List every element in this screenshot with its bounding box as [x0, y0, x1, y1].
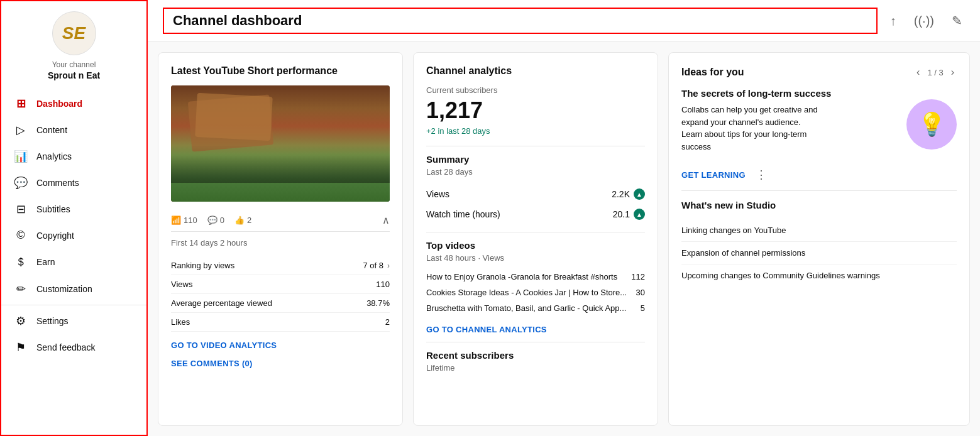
comment-icon: 💬 — [207, 215, 217, 225]
ranking-value-group: 7 of 8 › — [363, 261, 390, 270]
sidebar-item-earn[interactable]: ＄ Earn — [1, 248, 146, 276]
recent-subs-period: Lifetime — [426, 363, 645, 373]
customization-icon: ✏ — [14, 282, 28, 296]
short-card-title: Latest YouTube Short performance — [171, 65, 390, 77]
ranking-row: Ranking by views 7 of 8 › — [171, 256, 390, 275]
top-video-title-2: Cookies Storage Ideas - A Cookies Jar | … — [426, 288, 631, 297]
go-live-button[interactable]: ((·)) — [911, 11, 937, 31]
idea-footer: GET LEARNING ⋮ — [681, 168, 957, 182]
sidebar-item-analytics[interactable]: 📊 Analytics — [1, 143, 146, 170]
sidebar-item-send-feedback[interactable]: ⚑ Send feedback — [1, 334, 146, 361]
ideas-card-title: Ideas for you — [681, 67, 744, 78]
logo-text: SE — [62, 23, 85, 43]
top-video-title-1: How to Enjoy Granola -Granola for Breakf… — [426, 272, 626, 281]
earn-icon: ＄ — [14, 254, 28, 270]
channel-name: Sprout n Eat — [48, 70, 100, 80]
comments-stat: 💬 0 — [207, 215, 224, 225]
top-video-row-1: How to Enjoy Granola -Granola for Breakf… — [426, 269, 645, 285]
sidebar-label-content: Content — [36, 125, 67, 135]
watch-analytics-label: Watch time (hours) — [426, 209, 500, 219]
sidebar-label-settings: Settings — [36, 316, 69, 326]
your-channel-label: Your channel — [52, 60, 96, 69]
sidebar-item-settings[interactable]: ⚙ Settings — [1, 308, 146, 334]
news-item-2[interactable]: Expansion of channel permissions — [681, 242, 957, 264]
watch-analytics-value: 20.1 — [613, 209, 630, 219]
views-analytics-row: Views 2.2K ▲ — [426, 184, 645, 204]
idea-desc: Collabs can help you get creative and ex… — [681, 104, 820, 153]
likes-row: Likes 2 — [171, 313, 390, 332]
ranking-label: Ranking by views — [171, 261, 234, 270]
sidebar-item-content[interactable]: ▷ Content — [1, 117, 146, 143]
settings-icon: ⚙ — [14, 314, 28, 328]
views-analytics-value-group: 2.2K ▲ — [612, 188, 645, 200]
comments-icon: 💬 — [14, 176, 28, 190]
divider-1 — [426, 146, 645, 146]
go-to-video-analytics-link[interactable]: GO TO VIDEO ANALYTICS — [171, 341, 277, 350]
sub-change: +2 in last 28 days — [426, 126, 645, 136]
dashboard-content: Latest YouTube Short performance 📶 110 💬 — [148, 42, 980, 436]
short-thumbnail — [171, 85, 390, 202]
ranking-value: 7 of 8 — [363, 261, 383, 270]
avg-pct-value: 38.7% — [366, 298, 390, 308]
top-video-views-3: 5 — [641, 303, 645, 313]
summary-title: Summary — [426, 154, 645, 165]
sidebar-label-copyright: Copyright — [36, 231, 74, 241]
views-count: 110 — [184, 215, 197, 225]
sidebar-label-comments: Comments — [36, 178, 79, 188]
whats-new-title: What's new in Studio — [681, 200, 957, 210]
top-video-row-2: Cookies Storage Ideas - A Cookies Jar | … — [426, 285, 645, 300]
avg-pct-row: Average percentage viewed 38.7% — [171, 294, 390, 313]
views-stat: 📶 110 — [171, 215, 197, 225]
ideas-next-button[interactable]: › — [949, 65, 957, 79]
watch-up-icon: ▲ — [634, 209, 645, 220]
channel-analytics-card: Channel analytics Current subscribers 1,… — [413, 52, 658, 426]
watch-analytics-row: Watch time (hours) 20.1 ▲ — [426, 204, 645, 224]
page-title: Channel dashboard — [163, 8, 878, 34]
analytics-card-title: Channel analytics — [426, 65, 645, 77]
top-videos-period: Last 48 hours · Views — [426, 253, 645, 263]
summary-period: Last 28 days — [426, 167, 645, 177]
views-analytics-value: 2.2K — [612, 189, 630, 199]
go-to-channel-analytics-link[interactable]: GO TO CHANNEL ANALYTICS — [426, 325, 547, 334]
topbar-actions: ↑ ((·)) ✎ — [888, 11, 965, 31]
watch-analytics-value-group: 20.1 ▲ — [613, 209, 645, 220]
likes-count: 2 — [247, 215, 251, 225]
top-video-views-1: 112 — [631, 272, 645, 281]
first-days-label: First 14 days 2 hours — [171, 238, 390, 248]
get-learning-link[interactable]: GET LEARNING — [681, 170, 746, 180]
copyright-icon: © — [14, 229, 28, 242]
see-comments-link[interactable]: SEE COMMENTS (0) — [171, 359, 253, 368]
sidebar: SE Your channel Sprout n Eat ⊞ Dashboard… — [0, 0, 148, 436]
subscribers-count: 1,217 — [426, 97, 645, 124]
sidebar-item-subtitles[interactable]: ⊟ Subtitles — [1, 196, 146, 222]
sidebar-item-dashboard[interactable]: ⊞ Dashboard — [1, 90, 146, 117]
news-item-1[interactable]: Linking changes on YouTube — [681, 219, 957, 242]
ideas-nav-count: 1 / 3 — [927, 68, 943, 77]
main-content: Channel dashboard ↑ ((·)) ✎ Latest YouTu… — [148, 0, 980, 436]
comments-count: 0 — [220, 215, 224, 225]
divider-3 — [426, 342, 645, 342]
collapse-icon[interactable]: ∧ — [382, 214, 390, 226]
ideas-divider — [681, 190, 957, 191]
more-options-button[interactable]: ⋮ — [756, 168, 767, 182]
views-up-icon: ▲ — [634, 188, 645, 200]
dashboard-icon: ⊞ — [14, 97, 28, 111]
ranking-arrow-icon[interactable]: › — [387, 261, 390, 270]
sidebar-item-customization[interactable]: ✏ Customization — [1, 276, 146, 302]
sidebar-item-copyright[interactable]: © Copyright — [1, 222, 146, 248]
idea-text-block: The secrets of long-term success Collabs… — [681, 88, 831, 160]
news-item-3[interactable]: Upcoming changes to Community Guidelines… — [681, 264, 957, 286]
lightbulb-icon: 💡 — [918, 111, 946, 138]
upload-button[interactable]: ↑ — [888, 11, 899, 31]
sidebar-label-feedback: Send feedback — [36, 342, 95, 352]
likes-stat: 👍 2 — [234, 215, 251, 225]
sidebar-label-subtitles: Subtitles — [36, 204, 70, 214]
ideas-card: Ideas for you ‹ 1 / 3 › The secrets of l… — [668, 52, 970, 426]
likes-perf-label: Likes — [171, 317, 190, 327]
sidebar-label-earn: Earn — [36, 257, 55, 267]
ideas-prev-button[interactable]: ‹ — [914, 65, 922, 79]
create-post-button[interactable]: ✎ — [949, 11, 965, 31]
sidebar-item-comments[interactable]: 💬 Comments — [1, 170, 146, 196]
like-icon: 👍 — [234, 215, 245, 225]
avg-pct-label: Average percentage viewed — [171, 298, 272, 308]
